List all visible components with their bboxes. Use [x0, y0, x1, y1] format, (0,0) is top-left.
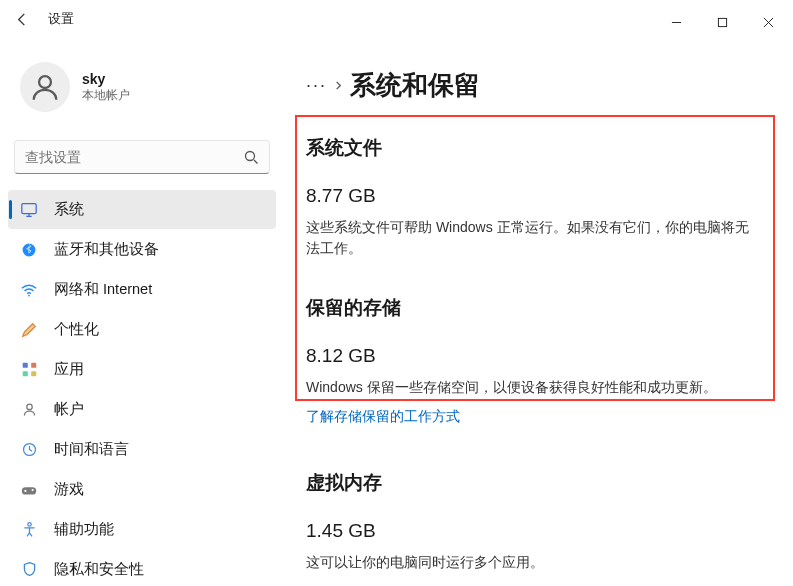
- svg-point-15: [24, 489, 26, 491]
- close-button[interactable]: [745, 7, 791, 37]
- section-value: 8.77 GB: [306, 185, 775, 207]
- section-virtual-memory: 虚拟内存 1.45 GB 这可以让你的电脑同时运行多个应用。: [300, 450, 783, 579]
- bluetooth-icon: [20, 241, 38, 259]
- nav-bluetooth[interactable]: 蓝牙和其他设备: [8, 230, 276, 269]
- maximize-button[interactable]: [699, 7, 745, 37]
- svg-point-2: [39, 76, 51, 88]
- sidebar: sky 本地帐户 系统 蓝牙和其他设备: [0, 44, 282, 586]
- nav-label: 辅助功能: [54, 520, 114, 539]
- back-button[interactable]: [12, 10, 30, 28]
- gaming-icon: [20, 481, 38, 499]
- svg-rect-10: [31, 371, 36, 376]
- shield-icon: [20, 561, 38, 579]
- svg-rect-9: [22, 371, 27, 376]
- nav-label: 时间和语言: [54, 440, 129, 459]
- clock-icon: [20, 441, 38, 459]
- section-value: 1.45 GB: [306, 520, 775, 542]
- page-title: 系统和保留: [350, 68, 480, 103]
- svg-point-3: [246, 152, 255, 161]
- nav-label: 网络和 Internet: [54, 280, 152, 299]
- section-reserved-storage: 保留的存储 8.12 GB Windows 保留一些存储空间，以便设备获得良好性…: [300, 275, 783, 432]
- nav-accounts[interactable]: 帐户: [8, 390, 276, 429]
- nav-label: 隐私和安全性: [54, 560, 144, 579]
- user-sub: 本地帐户: [82, 87, 130, 104]
- breadcrumb-more-icon[interactable]: ···: [306, 75, 327, 96]
- avatar: [20, 62, 70, 112]
- svg-rect-1: [718, 18, 726, 26]
- svg-rect-0: [671, 22, 680, 23]
- search-icon: [243, 149, 259, 165]
- main: ··· 系统和保留 系统文件 8.77 GB 这些系统文件可帮助 Windows…: [282, 44, 793, 586]
- svg-rect-7: [22, 363, 27, 368]
- breadcrumb: ··· 系统和保留: [298, 44, 783, 115]
- brush-icon: [20, 321, 38, 339]
- svg-rect-4: [22, 203, 36, 213]
- nav-label: 帐户: [54, 400, 84, 419]
- accessibility-icon: [20, 521, 38, 539]
- reserved-storage-link[interactable]: 了解存储保留的工作方式: [306, 408, 460, 426]
- user-name: sky: [82, 71, 130, 87]
- nav-gaming[interactable]: 游戏: [8, 470, 276, 509]
- section-title: 虚拟内存: [306, 470, 775, 496]
- system-icon: [20, 201, 38, 219]
- user-row[interactable]: sky 本地帐户: [8, 44, 276, 118]
- content: 系统文件 8.77 GB 这些系统文件可帮助 Windows 正常运行。如果没有…: [298, 115, 783, 586]
- nav-label: 蓝牙和其他设备: [54, 240, 159, 259]
- svg-rect-8: [31, 363, 36, 368]
- nav: 系统 蓝牙和其他设备 网络和 Internet 个性化: [8, 190, 276, 586]
- apps-icon: [20, 361, 38, 379]
- section-title: 保留的存储: [306, 295, 775, 321]
- section-title: 系统文件: [306, 135, 775, 161]
- svg-rect-13: [22, 487, 36, 494]
- minimize-button[interactable]: [653, 7, 699, 37]
- nav-accessibility[interactable]: 辅助功能: [8, 510, 276, 549]
- chevron-right-icon: [333, 80, 344, 91]
- svg-point-14: [32, 488, 34, 490]
- titlebar: 设置: [0, 0, 793, 44]
- nav-label: 系统: [54, 200, 84, 219]
- nav-apps[interactable]: 应用: [8, 350, 276, 389]
- nav-label: 应用: [54, 360, 84, 379]
- nav-label: 游戏: [54, 480, 84, 499]
- svg-point-11: [26, 404, 31, 409]
- nav-time[interactable]: 时间和语言: [8, 430, 276, 469]
- section-desc: 这些系统文件可帮助 Windows 正常运行。如果没有它们，你的电脑将无法工作。: [306, 217, 756, 259]
- nav-system[interactable]: 系统: [8, 190, 276, 229]
- section-desc: Windows 保留一些存储空间，以便设备获得良好性能和成功更新。: [306, 377, 756, 398]
- person-icon: [20, 401, 38, 419]
- section-desc: 这可以让你的电脑同时运行多个应用。: [306, 552, 756, 573]
- nav-network[interactable]: 网络和 Internet: [8, 270, 276, 309]
- nav-privacy[interactable]: 隐私和安全性: [8, 550, 276, 586]
- svg-point-16: [27, 523, 30, 526]
- svg-point-6: [28, 294, 30, 296]
- window-title: 设置: [48, 10, 74, 28]
- section-system-files: 系统文件 8.77 GB 这些系统文件可帮助 Windows 正常运行。如果没有…: [300, 115, 783, 265]
- wifi-icon: [20, 281, 38, 299]
- nav-label: 个性化: [54, 320, 99, 339]
- section-value: 8.12 GB: [306, 345, 775, 367]
- search-box[interactable]: [14, 140, 270, 174]
- nav-personalization[interactable]: 个性化: [8, 310, 276, 349]
- search-input[interactable]: [25, 149, 243, 165]
